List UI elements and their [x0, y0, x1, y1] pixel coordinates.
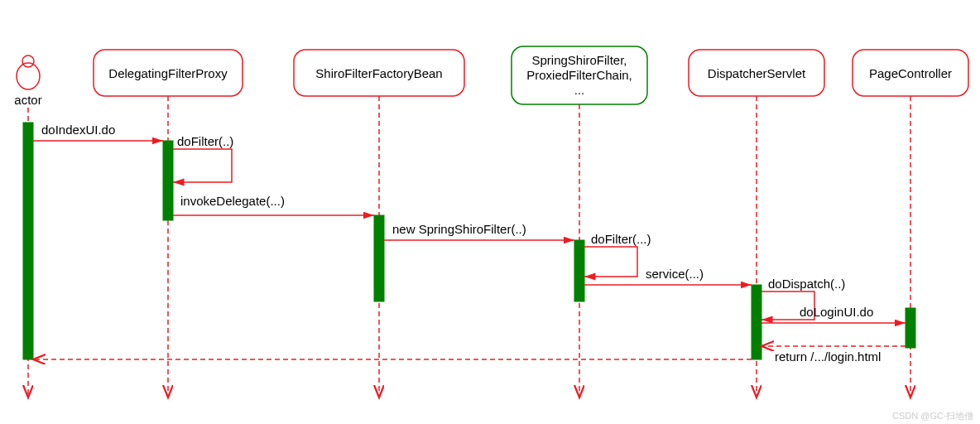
svg-text:DispatcherServlet: DispatcherServlet [708, 66, 806, 80]
sequence-diagram: actor DelegatingFilterProxy ShiroFilterF… [0, 0, 980, 424]
actor-label: actor [14, 93, 41, 107]
svg-rect-19 [752, 285, 761, 359]
participant-springshirofilter-group: SpringShiroFilter, ProxiedFilterChain, .… [512, 46, 647, 398]
svg-text:SpringShiroFilter,: SpringShiroFilter, [531, 53, 627, 67]
svg-text:doFilter(..): doFilter(..) [177, 134, 233, 148]
svg-text:doFilter(...): doFilter(...) [591, 232, 651, 246]
svg-text:PageController: PageController [869, 66, 952, 80]
svg-rect-23 [906, 308, 915, 348]
svg-point-0 [22, 55, 34, 67]
msg-dofilter-self [173, 149, 232, 182]
svg-text:doLoginUI.do: doLoginUI.do [800, 305, 873, 319]
svg-rect-15 [574, 240, 584, 301]
participant-pagecontroller: PageController [853, 50, 968, 398]
svg-text:return /.../login.html: return /.../login.html [775, 349, 881, 364]
watermark: CSDN @GC·扫地僧 [892, 411, 973, 421]
svg-text:ProxiedFilterChain,: ProxiedFilterChain, [526, 68, 632, 82]
svg-text:doIndexUI.do: doIndexUI.do [41, 123, 115, 137]
activation-actor [23, 123, 33, 359]
svg-text:...: ... [574, 83, 585, 97]
svg-rect-5 [163, 141, 173, 220]
participant-delegatingfilterproxy: DelegatingFilterProxy [94, 50, 243, 398]
svg-text:new SpringShiroFilter(..): new SpringShiroFilter(..) [392, 222, 526, 236]
svg-rect-9 [374, 215, 384, 301]
svg-text:DelegatingFilterProxy: DelegatingFilterProxy [108, 66, 228, 80]
svg-text:doDispatch(..): doDispatch(..) [768, 277, 845, 291]
svg-text:ShiroFilterFactoryBean: ShiroFilterFactoryBean [315, 66, 442, 80]
svg-text:service(...): service(...) [646, 267, 704, 281]
svg-text:invokeDelegate(...): invokeDelegate(...) [180, 194, 285, 208]
participant-dispatcherservlet: DispatcherServlet [689, 50, 824, 398]
msg-dofilter-shiro-self [584, 247, 637, 277]
participant-actor: actor [14, 55, 41, 398]
